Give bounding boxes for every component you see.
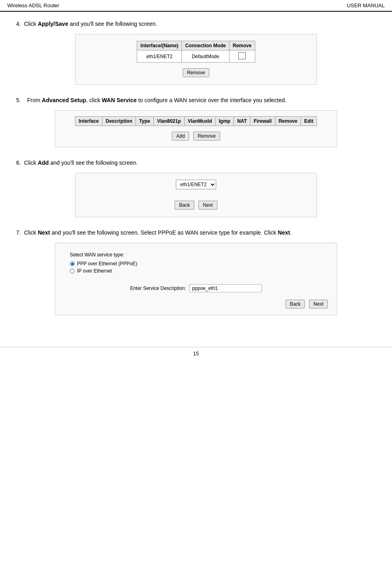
step-4-text: 4. Click Apply/Save and you'll see the f…: [16, 20, 376, 28]
step-4: 4. Click Apply/Save and you'll see the f…: [16, 20, 376, 85]
pppoe-radio[interactable]: [70, 261, 75, 266]
step-5-screenshot-inner: Interface Description Type Vlan8021p Vla…: [63, 116, 329, 141]
main-content: 4. Click Apply/Save and you'll see the f…: [0, 12, 392, 339]
pppoe-option[interactable]: PPP over Ethernet (PPPoE): [70, 261, 322, 267]
col-type: Type: [136, 117, 154, 126]
step-5-btn-row: Add Remove: [171, 131, 221, 141]
step-7-bold-1: Next: [38, 229, 50, 236]
step-6-dropdown-row: eth1/ENET2: [176, 180, 216, 189]
step-4-rest: and you'll see the following screen.: [68, 21, 157, 27]
step-5-bold-1: Advanced Setup: [42, 97, 86, 103]
next-button-2[interactable]: Next: [309, 300, 328, 308]
step-6-number: 6. Click: [16, 159, 38, 166]
step-6-bold-1: Add: [38, 159, 49, 166]
header: Wireless ADSL Router USER MANUAL: [0, 0, 392, 12]
step-6-screenshot: eth1/ENET2 Back Next: [75, 173, 317, 217]
step-5-screenshot: Interface Description Type Vlan8021p Vla…: [55, 110, 337, 147]
step-5-number: 5. From: [16, 97, 42, 103]
step-7-screenshot: Select WAN service type: PPP over Ethern…: [55, 243, 337, 315]
pppoe-label: PPP over Ethernet (PPPoE): [77, 261, 137, 267]
col-edit: Edit: [301, 117, 317, 126]
wan-service-type-label: Select WAN service type:: [70, 252, 322, 258]
ip-over-ethernet-option[interactable]: IP over Ethernet: [70, 268, 322, 274]
step-7-btn-row: Back Next: [63, 299, 329, 309]
col-connection-mode: Connection Mode: [182, 41, 229, 50]
step-5-text: 5. From Advanced Setup, click WAN Servic…: [16, 96, 376, 105]
service-desc-input[interactable]: [189, 284, 262, 292]
col-vlanmuxid: VlanMuxId: [184, 117, 215, 126]
step-7-bold-2: Next: [278, 229, 290, 236]
col-description: Description: [102, 117, 136, 126]
step-7-text: 7. Click Next and you'll see the followi…: [16, 229, 376, 237]
step-5-text-2: , click: [86, 97, 102, 103]
back-button-2[interactable]: Back: [286, 300, 305, 308]
col-remove: Remove: [275, 117, 301, 126]
interface-dropdown[interactable]: eth1/ENET2: [176, 180, 216, 189]
step-4-bold-1: Apply/Save: [38, 21, 68, 27]
col-igmp: Igmp: [215, 117, 234, 126]
cell-remove-checkbox: [229, 50, 255, 63]
service-desc-label: Enter Service Description:: [130, 285, 186, 291]
next-button[interactable]: Next: [198, 201, 217, 210]
step-7-screenshot-inner: Select WAN service type: PPP over Ethern…: [63, 249, 329, 309]
step-6-btn-row: Back Next: [174, 200, 218, 210]
add-button[interactable]: Add: [172, 132, 189, 141]
step-6-text: 6. Click Add and you'll see the followin…: [16, 159, 376, 167]
step-5-text-3: to configure a WAN service over the inte…: [137, 97, 286, 103]
col-remove-header: Remove: [229, 41, 255, 50]
col-firewall: Firewall: [250, 117, 275, 126]
step-6-screenshot-inner: eth1/ENET2 Back Next: [88, 180, 304, 210]
step-7-text-2: and you'll see the following screen. Sel…: [50, 229, 278, 236]
step-4-number: 4. Click: [16, 21, 38, 27]
table-row: eth1/ENET2 DefaultMode: [137, 50, 255, 63]
header-left: Wireless ADSL Router: [7, 2, 59, 8]
step-4-table: Interface/(Name) Connection Mode Remove …: [137, 41, 255, 63]
step-7-number: 7. Click: [16, 229, 38, 236]
remove-button[interactable]: Remove: [183, 68, 210, 77]
step-5-table: Interface Description Type Vlan8021p Vla…: [75, 116, 317, 126]
col-interface-name: Interface/(Name): [137, 41, 182, 50]
wan-service-type-section: Select WAN service type: PPP over Ethern…: [63, 249, 329, 279]
header-right: USER MANUAL: [347, 2, 385, 8]
col-vlan8021p: Vlan8021p: [154, 117, 184, 126]
cell-interface: eth1/ENET2: [137, 50, 182, 63]
col-interface: Interface: [75, 117, 102, 126]
step-5-bold-2: WAN Service: [102, 97, 136, 103]
step-4-screenshot-inner: Interface/(Name) Connection Mode Remove …: [88, 41, 304, 78]
remove-checkbox[interactable]: [238, 52, 246, 59]
ip-over-ethernet-label: IP over Ethernet: [77, 268, 112, 274]
step-4-screenshot: Interface/(Name) Connection Mode Remove …: [75, 34, 317, 85]
page-number: 15: [0, 347, 392, 357]
ip-over-ethernet-radio[interactable]: [70, 269, 75, 273]
step-5: 5. From Advanced Setup, click WAN Servic…: [16, 96, 376, 147]
step-6-text-2: and you'll see the following screen.: [49, 159, 138, 166]
col-nat: NAT: [234, 117, 250, 126]
step-7-period: .: [290, 229, 292, 236]
remove-button-2[interactable]: Remove: [193, 132, 220, 141]
cell-connection-mode: DefaultMode: [182, 50, 229, 63]
back-button[interactable]: Back: [175, 201, 194, 210]
service-desc-row: Enter Service Description:: [130, 284, 262, 292]
step-7: 7. Click Next and you'll see the followi…: [16, 229, 376, 315]
step-4-btn-row: Remove: [182, 67, 211, 78]
step-6: 6. Click Add and you'll see the followin…: [16, 159, 376, 217]
